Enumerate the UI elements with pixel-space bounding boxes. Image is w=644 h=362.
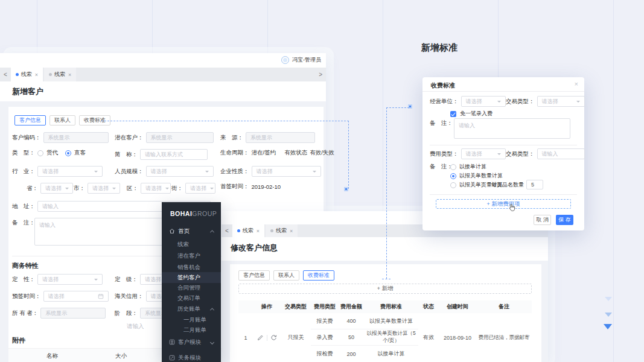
user-avatar-icon	[281, 56, 289, 64]
active-dot-icon	[16, 73, 19, 76]
owner-input[interactable]: 系统显示	[40, 308, 106, 319]
doc-tab-clue-1[interactable]: 线索 ×	[232, 224, 264, 237]
chevron-down-icon	[94, 279, 98, 282]
tab-contacts[interactable]: 联系人	[273, 270, 299, 281]
field-staff-scale: 人员规模： 请选择	[115, 166, 214, 177]
save-button[interactable]: 保 存	[556, 215, 573, 225]
modal-title-divider	[422, 91, 584, 92]
modal-remark-textarea[interactable]: 请输入	[454, 118, 570, 139]
connector-line	[386, 107, 409, 108]
business-unit-select[interactable]: 请选择	[461, 96, 506, 107]
sidebar-item-customer-module[interactable]: 客户模块	[162, 337, 221, 348]
short-name-input[interactable]: 请输入联系方式	[140, 149, 208, 160]
sidebar-item-customs-module[interactable]: 关务模块	[162, 352, 221, 362]
field-presign-time: 预签时间： 请选择	[12, 291, 109, 302]
field-per-page-count: 每页品名数量 5	[491, 180, 543, 189]
source-input[interactable]: 系统显示	[246, 132, 315, 143]
close-icon[interactable]: ×	[35, 72, 38, 78]
field-remark-label: 备 注：	[12, 219, 37, 227]
page-title: 修改客户信息	[231, 243, 278, 253]
business-section-title: 商务特性	[12, 261, 39, 270]
close-icon[interactable]: ×	[290, 228, 293, 234]
sidebar-item-history-bills[interactable]: 历史账单	[162, 303, 221, 314]
close-icon[interactable]: ×	[257, 228, 260, 234]
sidebar-item-contract-management[interactable]: 合同管理	[162, 282, 221, 293]
close-icon[interactable]: ×	[68, 72, 71, 78]
fee-subrows: 报关费 400 以报关单数量计算 录入费 50 以报关单页数计算（5个/页） 报…	[311, 313, 418, 362]
chevron-down-icon	[497, 101, 501, 104]
sidebar-item-february-bill[interactable]: 二月账单	[162, 325, 221, 335]
checkbox-checked-icon[interactable]	[450, 111, 456, 117]
chevron-down-icon	[576, 101, 580, 104]
sidebar-item-signed-customers[interactable]: 签约客户	[162, 272, 221, 283]
presign-date-picker[interactable]: 请选择	[43, 291, 109, 302]
table-row: 1 只报关 报关费 400 以报关单数量计算	[238, 313, 532, 362]
sidebar-item-clues[interactable]: 线索	[162, 239, 221, 250]
sidebar-item-home[interactable]: 首页	[162, 226, 221, 237]
connector-endpoint	[344, 187, 348, 191]
enterprise-nature-select[interactable]: 请选择	[252, 166, 321, 177]
tab-customer-info[interactable]: 客户信息	[14, 115, 46, 125]
tab-contacts[interactable]: 联系人	[49, 115, 75, 125]
doc-tab-clue-1[interactable]: 线索 ×	[11, 68, 43, 81]
per-page-count-input[interactable]: 5	[526, 180, 543, 189]
middle-seg-tabs: 客户信息 联系人 收费标准	[238, 270, 334, 281]
sidebar-item-sales-opportunities[interactable]: 销售机会	[162, 262, 221, 273]
tabs-prev-arrow[interactable]: <	[222, 224, 232, 237]
radio-by-order[interactable]: 以接单计算	[450, 163, 486, 171]
add-fee-standard-button[interactable]: + 新增	[238, 284, 532, 294]
fee-type-select[interactable]: 请选择	[461, 148, 506, 159]
field-fee-type: 费用类型： 请选择	[430, 148, 506, 159]
radio-on-icon[interactable]	[450, 173, 456, 179]
radio-off-icon[interactable]	[450, 164, 456, 170]
trade-type-input[interactable]: 请输入	[537, 148, 585, 159]
refresh-icon[interactable]	[270, 334, 277, 341]
industry-select[interactable]: 请选择	[37, 166, 103, 177]
customer-module-icon	[169, 339, 175, 345]
radio-off-icon[interactable]	[450, 182, 456, 188]
connector-line	[101, 121, 349, 121]
home-icon	[169, 228, 175, 234]
field-qualitative: 定 性： 请选择	[12, 274, 103, 285]
staff-scale-select[interactable]: 请选择	[146, 166, 214, 177]
modal-section-divider	[430, 194, 577, 195]
tab-fee-standard[interactable]: 收费标准	[303, 270, 334, 281]
edit-icon[interactable]	[257, 334, 264, 341]
district-select[interactable]: 请选择	[141, 183, 171, 194]
radio-by-declaration-count[interactable]: 以报关单数量计算	[450, 172, 503, 180]
doc-tab-clue-2[interactable]: 线索 ×	[44, 68, 76, 81]
trade-type-select[interactable]: 请选择	[537, 96, 585, 107]
fee-table-header: 操作 交易类型 费用类型 费用金额 费用标准 状态 创建时间 备注	[238, 300, 532, 313]
potential-customer-input[interactable]: 系统显示	[146, 132, 214, 143]
fee-subrow: 录入费 50 以报关单页数计算（5个/页）	[311, 329, 418, 346]
city-select[interactable]: 请选择	[88, 183, 120, 194]
tabs-next-arrow[interactable]: >	[315, 68, 326, 81]
doc-tab-clue-2[interactable]: 线索 ×	[266, 224, 298, 237]
qualitative-select[interactable]: 请选择	[37, 274, 103, 285]
modal-section-divider	[430, 145, 577, 145]
grid-line	[613, 0, 614, 362]
tabs-prev-arrow[interactable]: <	[0, 68, 11, 81]
attachment-col-name: 名称	[46, 352, 58, 360]
chevron-up-icon	[210, 230, 214, 234]
close-icon[interactable]: ×	[575, 80, 578, 87]
free-entry-checkbox-row[interactable]: 免一笔录入费	[450, 110, 493, 118]
province-select[interactable]: 请选择	[40, 183, 73, 194]
action-divider	[267, 335, 267, 341]
left-panel-header: 冯宝-管理员	[0, 53, 326, 68]
sidebar-item-potential-customers[interactable]: 潜在客户	[162, 250, 221, 261]
field-owner: 所 有 者： 系统显示	[12, 308, 106, 319]
customer-code-input[interactable]: 系统显示	[43, 132, 109, 143]
edit-customer-panel: < 线索 × 线索 × 修改客户信息 客户信息 联系人 收费标准 + 新增	[222, 211, 548, 362]
sidebar-item-trade-orders[interactable]: 交易订单	[162, 293, 221, 303]
sidebar: BOHAIGROUP 首页 线索 潜在客户 销售机会 签约客户 合同管理 交易订…	[162, 202, 221, 362]
add-fee-item-button[interactable]: + 新增费用项	[436, 199, 571, 209]
sidebar-item-january-bill[interactable]: 一月账单	[162, 314, 221, 325]
user-badge[interactable]: 冯宝-管理员	[281, 56, 321, 64]
inactive-dot-icon	[49, 73, 52, 76]
radio-forwarder[interactable]	[37, 150, 43, 156]
street-select[interactable]: 请选择	[185, 183, 215, 194]
cancel-button[interactable]: 取 消	[534, 215, 551, 225]
radio-direct[interactable]	[65, 150, 71, 156]
tab-customer-info[interactable]: 客户信息	[238, 270, 270, 281]
